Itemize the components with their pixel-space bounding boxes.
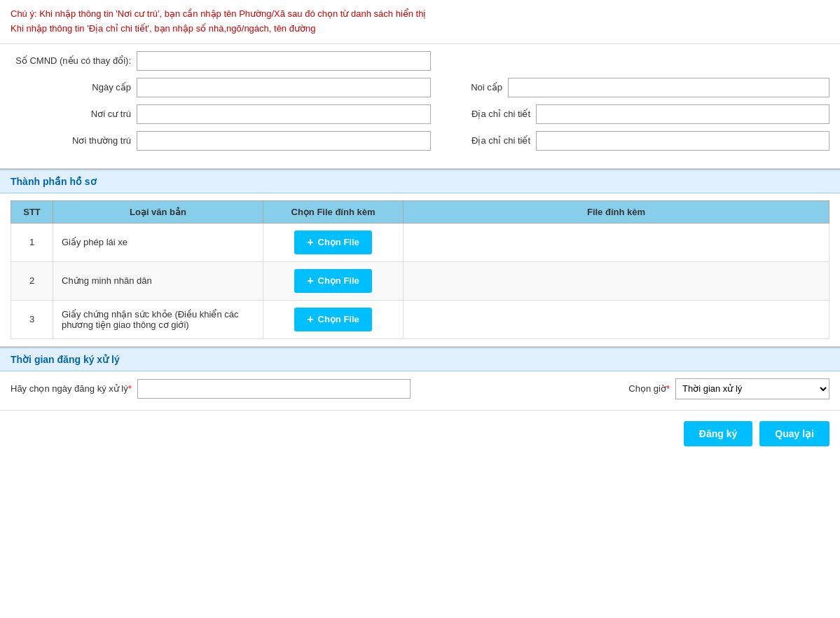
identity-form-section: Số CMND (nếu có thay đổi): Ngày cấp Noi … bbox=[0, 44, 840, 170]
chon-file-button-1[interactable]: + Chọn File bbox=[294, 231, 372, 254]
notice-line1: Chú ý: Khi nhập thông tin 'Nơi cư trú', … bbox=[11, 7, 829, 22]
chon-file-label-3: Chọn File bbox=[318, 314, 359, 324]
noi-cu-tru-input[interactable] bbox=[137, 104, 431, 124]
ngay-dang-ky-input[interactable] bbox=[137, 379, 411, 399]
th-chon-file: Chọn File đính kèm bbox=[263, 200, 404, 223]
table-row: 1 Giấy phép lái xe + Chọn File bbox=[11, 223, 829, 261]
noi-thuong-tru-label: Nơi thường trú bbox=[11, 135, 137, 146]
chon-gio-group: Chọn giờ* Thời gian xử lý Buổi sáng Buổi… bbox=[628, 378, 829, 399]
noi-cap-group: Noi cấp bbox=[452, 78, 829, 97]
dia-chi-2-input[interactable] bbox=[536, 131, 829, 151]
th-stt: STT bbox=[11, 200, 53, 223]
row2-loai-van-ban: Chứng minh nhân dân bbox=[53, 261, 263, 300]
chon-file-button-2[interactable]: + Chọn File bbox=[294, 269, 372, 293]
chon-gio-label: Chọn giờ* bbox=[628, 383, 670, 394]
quay-lai-button[interactable]: Quay lại bbox=[759, 421, 829, 446]
ngay-dang-ky-group: Hãy chọn ngày đăng ký xử lý* bbox=[11, 379, 411, 399]
ho-so-table: STT Loại văn bản Chọn File đính kèm File… bbox=[11, 200, 829, 339]
time-row: Hãy chọn ngày đăng ký xử lý* Chọn giờ* T… bbox=[11, 378, 829, 399]
dia-chi-1-group: Địa chỉ chi tiết bbox=[452, 104, 829, 124]
ngay-cap-label: Ngày cấp bbox=[11, 82, 137, 92]
row2-stt: 2 bbox=[11, 261, 53, 300]
table-body: 1 Giấy phép lái xe + Chọn File 2 Chứng m… bbox=[11, 223, 829, 338]
so-cmnd-label: Số CMND (nếu có thay đổi): bbox=[11, 55, 137, 66]
th-loai-van-ban: Loại văn bản bbox=[53, 200, 263, 223]
row2-chon-file-cell: + Chọn File bbox=[263, 261, 404, 300]
table-head: STT Loại văn bản Chọn File đính kèm File… bbox=[11, 200, 829, 223]
plus-icon-2: + bbox=[307, 275, 313, 287]
noi-cu-tru-row: Nơi cư trú Địa chỉ chi tiết bbox=[11, 104, 829, 124]
ho-so-section-header: Thành phần hồ sơ bbox=[0, 170, 840, 193]
row1-chon-file-cell: + Chọn File bbox=[263, 223, 404, 261]
chon-file-button-3[interactable]: + Chọn File bbox=[294, 308, 372, 331]
thoi-gian-select[interactable]: Thời gian xử lý Buổi sáng Buổi chiều bbox=[675, 378, 829, 399]
dia-chi-1-input[interactable] bbox=[536, 104, 829, 124]
notice-line2: Khi nhập thông tin 'Địa chỉ chi tiết', b… bbox=[11, 22, 829, 36]
notice-section: Chú ý: Khi nhập thông tin 'Nơi cư trú', … bbox=[0, 0, 840, 44]
noi-cap-input[interactable] bbox=[508, 78, 829, 97]
noi-cu-tru-group: Nơi cư trú bbox=[11, 104, 431, 124]
time-title: Thời gian đăng ký xử lý bbox=[11, 354, 829, 365]
noi-thuong-tru-input[interactable] bbox=[137, 131, 431, 151]
row3-stt: 3 bbox=[11, 300, 53, 338]
ho-so-table-container: STT Loại văn bản Chọn File đính kèm File… bbox=[0, 193, 840, 348]
so-cmnd-input[interactable] bbox=[137, 51, 431, 71]
noi-cap-label: Noi cấp bbox=[452, 82, 508, 92]
footer-buttons: Đăng ký Quay lại bbox=[0, 410, 840, 457]
noi-thuong-tru-group: Nơi thường trú bbox=[11, 131, 431, 151]
dia-chi-1-label: Địa chỉ chi tiết bbox=[452, 109, 536, 119]
row1-loai-van-ban: Giấy phép lái xe bbox=[53, 223, 263, 261]
ngay-dang-ky-label: Hãy chọn ngày đăng ký xử lý* bbox=[11, 383, 137, 394]
so-cmnd-row: Số CMND (nếu có thay đổi): bbox=[11, 51, 829, 71]
time-form-section: Hãy chọn ngày đăng ký xử lý* Chọn giờ* T… bbox=[0, 371, 840, 410]
dia-chi-2-group: Địa chỉ chi tiết bbox=[452, 131, 829, 151]
dang-ky-button[interactable]: Đăng ký bbox=[684, 421, 752, 446]
table-header-row: STT Loại văn bản Chọn File đính kèm File… bbox=[11, 200, 829, 223]
chon-file-label-1: Chọn File bbox=[318, 237, 359, 247]
plus-icon-1: + bbox=[307, 236, 313, 249]
chon-file-label-2: Chọn File bbox=[318, 275, 359, 286]
table-row: 2 Chứng minh nhân dân + Chọn File bbox=[11, 261, 829, 300]
ho-so-title: Thành phần hồ sơ bbox=[11, 176, 829, 187]
ngay-cap-row: Ngày cấp Noi cấp bbox=[11, 78, 829, 97]
row3-loai-van-ban: Giấy chứng nhận sức khỏe (Điều khiển các… bbox=[53, 300, 263, 338]
time-section-header: Thời gian đăng ký xử lý bbox=[0, 348, 840, 371]
th-file-dinh-kem: File đính kèm bbox=[404, 200, 829, 223]
table-row: 3 Giấy chứng nhận sức khỏe (Điều khiển c… bbox=[11, 300, 829, 338]
plus-icon-3: + bbox=[307, 313, 313, 326]
row2-file-dinh-kem bbox=[404, 261, 829, 300]
row1-file-dinh-kem bbox=[404, 223, 829, 261]
row3-file-dinh-kem bbox=[404, 300, 829, 338]
noi-cu-tru-label: Nơi cư trú bbox=[11, 109, 137, 119]
row1-stt: 1 bbox=[11, 223, 53, 261]
dia-chi-2-label: Địa chỉ chi tiết bbox=[452, 135, 536, 146]
row3-chon-file-cell: + Chọn File bbox=[263, 300, 404, 338]
ngay-cap-input[interactable] bbox=[137, 78, 431, 97]
noi-thuong-tru-row: Nơi thường trú Địa chỉ chi tiết bbox=[11, 131, 829, 151]
ngay-cap-group: Ngày cấp bbox=[11, 78, 431, 97]
